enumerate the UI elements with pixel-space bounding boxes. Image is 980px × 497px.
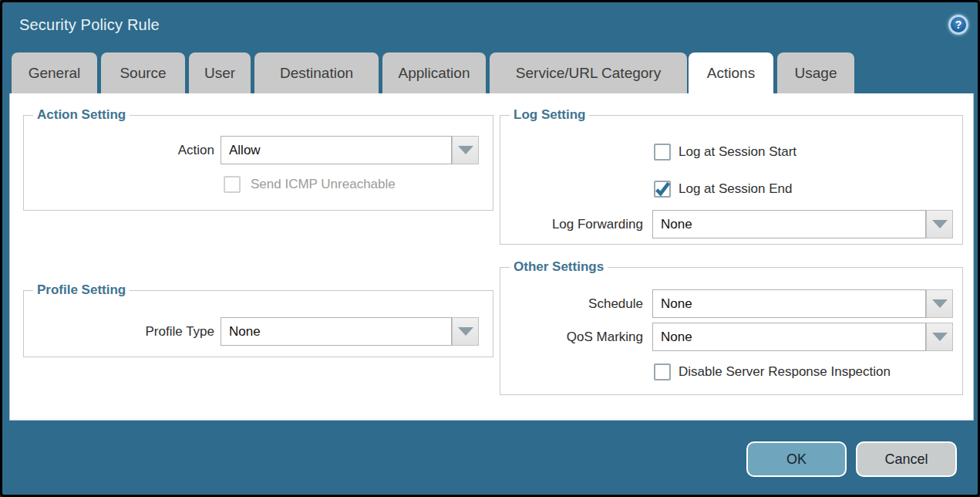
- tab-label: General: [29, 65, 81, 82]
- log-setting-legend: Log Setting: [510, 107, 589, 123]
- action-dropdown[interactable]: Allow: [221, 136, 452, 164]
- send-icmp-unreachable-label: Send ICMP Unreachable: [251, 176, 396, 193]
- action-setting-legend: Action Setting: [33, 107, 130, 123]
- profile-type-label: Profile Type: [23, 317, 214, 346]
- log-at-session-start-checkbox[interactable]: [654, 144, 671, 161]
- qos-marking-dropdown[interactable]: None: [652, 323, 926, 351]
- tab-label: Source: [120, 65, 166, 82]
- schedule-label: Schedule: [500, 289, 643, 318]
- chevron-down-icon: [932, 220, 948, 228]
- chevron-down-icon: [932, 333, 948, 341]
- tab-label: Destination: [280, 65, 353, 82]
- tab-label: Service/URL Category: [516, 65, 661, 82]
- chevron-down-icon: [458, 146, 473, 154]
- log-forwarding-dropdown[interactable]: None: [652, 210, 926, 238]
- log-at-session-end-checkbox[interactable]: [654, 181, 671, 198]
- help-button[interactable]: ?: [948, 15, 968, 35]
- log-forwarding-label: Log Forwarding: [500, 210, 643, 238]
- security-policy-rule-dialog: Security Policy Rule ? General Source Us…: [0, 0, 980, 497]
- log-at-session-start-label: Log at Session Start: [679, 144, 796, 161]
- tab-source[interactable]: Source: [101, 52, 185, 93]
- schedule-dropdown-button[interactable]: [926, 289, 953, 318]
- checkmark-icon: [654, 181, 671, 198]
- disable-server-response-inspection-label: Disable Server Response Inspection: [679, 363, 891, 380]
- tab-service-url-category[interactable]: Service/URL Category: [490, 52, 687, 93]
- chevron-down-icon: [458, 327, 473, 336]
- tab-actions[interactable]: Actions: [689, 52, 773, 93]
- ok-button[interactable]: OK: [746, 441, 847, 477]
- dialog-title: Security Policy Rule: [19, 16, 160, 34]
- schedule-dropdown[interactable]: None: [652, 289, 926, 318]
- action-label: Action: [23, 136, 214, 164]
- qos-marking-dropdown-button[interactable]: [926, 323, 953, 351]
- profile-type-dropdown[interactable]: None: [221, 317, 452, 346]
- chevron-down-icon: [932, 299, 948, 308]
- tab-label: Usage: [795, 65, 837, 82]
- tab-label: User: [204, 65, 235, 82]
- tab-usage[interactable]: Usage: [777, 52, 854, 93]
- profile-setting-legend: Profile Setting: [33, 282, 130, 298]
- log-at-session-end-label: Log at Session End: [679, 181, 792, 198]
- disable-server-response-inspection-checkbox[interactable]: [654, 363, 671, 380]
- qos-marking-label: QoS Marking: [500, 323, 643, 351]
- other-settings-legend: Other Settings: [510, 259, 608, 275]
- tab-user[interactable]: User: [189, 52, 251, 93]
- tab-label: Application: [399, 65, 470, 82]
- tab-application[interactable]: Application: [382, 52, 486, 93]
- log-forwarding-dropdown-button[interactable]: [926, 210, 953, 238]
- tab-destination[interactable]: Destination: [254, 52, 379, 93]
- cancel-button[interactable]: Cancel: [856, 441, 957, 477]
- tab-general[interactable]: General: [12, 52, 97, 93]
- question-mark-icon: ?: [955, 19, 962, 30]
- tab-label: Actions: [707, 65, 755, 82]
- action-dropdown-button[interactable]: [452, 136, 479, 164]
- profile-type-dropdown-button[interactable]: [452, 317, 479, 346]
- send-icmp-unreachable-checkbox[interactable]: [224, 176, 241, 193]
